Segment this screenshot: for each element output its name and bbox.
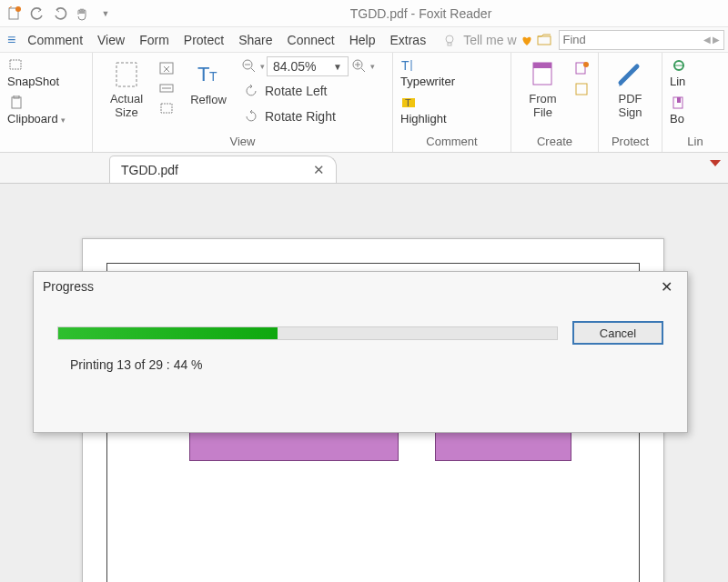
group-view-label: View xyxy=(93,132,392,152)
menu-help[interactable]: Help xyxy=(343,30,382,50)
svg-rect-33 xyxy=(677,97,681,103)
tab-overflow-icon[interactable] xyxy=(710,160,721,166)
lightbulb-icon[interactable] xyxy=(441,32,458,48)
find-input[interactable] xyxy=(563,33,703,46)
typewriter-icon: T xyxy=(400,56,419,75)
snapshot-button[interactable]: SnapShot xyxy=(7,56,59,88)
fit-width-icon[interactable] xyxy=(158,80,177,98)
link-button[interactable]: Lin xyxy=(670,56,688,88)
highlight-button[interactable]: T Highlight xyxy=(400,94,447,125)
zoom-value: 84.05% xyxy=(273,59,316,74)
menu-protect[interactable]: Protect xyxy=(177,30,230,50)
zoom-out-icon[interactable] xyxy=(240,57,258,75)
chevron-down-icon: ▾ xyxy=(61,115,66,125)
svg-rect-3 xyxy=(448,43,451,45)
pdf-sign-button[interactable]: PDF Sign xyxy=(606,56,654,122)
from-clipboard-icon[interactable] xyxy=(572,80,591,98)
find-next-icon[interactable]: ▶ xyxy=(713,35,720,45)
redo-icon[interactable] xyxy=(51,5,69,23)
zoom-out-chevron-icon[interactable]: ▾ xyxy=(260,62,265,71)
group-links-label: Lin xyxy=(662,132,728,152)
folder-search-icon[interactable] xyxy=(537,32,553,48)
snapshot-icon xyxy=(7,56,25,75)
tab-active[interactable]: TGDD.pdf ✕ xyxy=(109,156,337,183)
find-box[interactable]: ◀ ▶ xyxy=(559,30,724,50)
typewriter-label: Typewriter xyxy=(400,75,455,88)
zoom-in-chevron-icon[interactable]: ▾ xyxy=(370,62,375,71)
actual-size-label: Actual Size xyxy=(110,93,143,120)
tell-me-text[interactable]: Tell me w xyxy=(463,33,516,47)
svg-rect-6 xyxy=(12,97,21,108)
rotate-left-button[interactable]: Rotate Left xyxy=(240,80,375,102)
link-icon xyxy=(670,56,688,75)
fit-page-icon[interactable] xyxy=(158,60,177,78)
menu-connect[interactable]: Connect xyxy=(281,30,341,50)
clipboard-button[interactable]: Clipboard ▾ xyxy=(7,94,66,125)
svg-rect-5 xyxy=(10,60,21,69)
file-menu-icon[interactable]: ≡ xyxy=(4,32,19,48)
rotate-right-label: Rotate Right xyxy=(265,109,336,124)
reflow-label: Reflow xyxy=(190,93,227,106)
rotate-right-icon xyxy=(242,107,260,125)
group-comment-label: Comment xyxy=(393,132,511,152)
progress-status: Printing 13 of 29 : 44 % xyxy=(34,352,687,372)
find-prev-icon[interactable]: ◀ xyxy=(703,35,711,45)
from-file-icon xyxy=(527,58,560,91)
from-file-button[interactable]: From File xyxy=(519,56,567,122)
actual-size-icon xyxy=(110,58,143,91)
svg-rect-4 xyxy=(538,36,551,45)
menu-extras[interactable]: Extras xyxy=(383,30,432,50)
fit-visible-icon[interactable] xyxy=(158,100,177,118)
tab-strip: TGDD.pdf ✕ xyxy=(0,153,728,184)
hand-tool-icon[interactable] xyxy=(74,5,92,23)
menubar: ≡ Comment View Form Protect Share Connec… xyxy=(0,27,728,53)
toolbar-dropdown-icon[interactable]: ▼ xyxy=(96,5,115,23)
svg-rect-11 xyxy=(161,104,172,113)
reflow-icon: TT xyxy=(192,58,225,91)
new-blank-icon[interactable] xyxy=(572,60,591,78)
cancel-label: Cancel xyxy=(600,326,636,340)
cancel-button[interactable]: Cancel xyxy=(572,321,663,345)
document-area[interactable]: ĐƯỜNG CN7 ĐƯỜNG CN9 Progress ✕ Cancel xyxy=(0,184,728,582)
rotate-left-label: Rotate Left xyxy=(265,84,328,98)
clipboard-icon xyxy=(7,94,25,112)
svg-text:T: T xyxy=(401,58,410,73)
zoom-dropdown-icon[interactable]: ▼ xyxy=(333,62,342,72)
group-tools-label xyxy=(0,132,92,152)
new-doc-icon[interactable] xyxy=(5,5,24,23)
menu-comment[interactable]: Comment xyxy=(21,30,89,50)
highlight-icon: T xyxy=(400,94,419,112)
actual-size-button[interactable]: Actual Size xyxy=(100,56,153,122)
bookmark-button[interactable]: Bo xyxy=(670,94,688,125)
window-title: TGDD.pdf - Foxit Reader xyxy=(119,6,723,21)
ribbon: SnapShot Clipboard ▾ Actual Size TT xyxy=(0,53,728,153)
rotate-left-icon xyxy=(242,82,260,100)
reflow-button[interactable]: TT Reflow xyxy=(182,56,235,108)
highlight-label: Highlight xyxy=(400,112,447,125)
menu-view[interactable]: View xyxy=(91,30,131,50)
zoom-input[interactable]: 84.05% ▼ xyxy=(267,56,349,76)
dialog-title: Progress xyxy=(43,279,94,294)
tab-close-icon[interactable]: ✕ xyxy=(313,162,325,178)
progress-bar xyxy=(57,326,558,340)
dialog-close-icon[interactable]: ✕ xyxy=(655,276,678,297)
ribbon-group-create: From File Create xyxy=(511,53,599,152)
clipboard-label: Clipboard xyxy=(7,112,58,125)
rotate-right-button[interactable]: Rotate Right xyxy=(240,105,375,127)
undo-icon[interactable] xyxy=(28,5,46,23)
link-label: Lin xyxy=(670,75,685,88)
ribbon-group-comment: T Typewriter T Highlight Comment xyxy=(393,53,511,152)
svg-rect-8 xyxy=(116,63,136,86)
zoom-in-icon[interactable] xyxy=(350,57,369,75)
heart-icon[interactable] xyxy=(519,32,535,48)
menu-form[interactable]: Form xyxy=(133,30,176,50)
ribbon-group-protect: PDF Sign Protect xyxy=(599,53,662,152)
svg-rect-29 xyxy=(576,84,587,95)
from-file-label: From File xyxy=(529,93,556,120)
typewriter-button[interactable]: T Typewriter xyxy=(400,56,455,88)
progress-fill xyxy=(58,327,278,339)
svg-text:T: T xyxy=(405,97,411,108)
svg-point-1 xyxy=(15,6,21,12)
svg-text:T: T xyxy=(209,69,217,84)
menu-share[interactable]: Share xyxy=(232,30,278,50)
